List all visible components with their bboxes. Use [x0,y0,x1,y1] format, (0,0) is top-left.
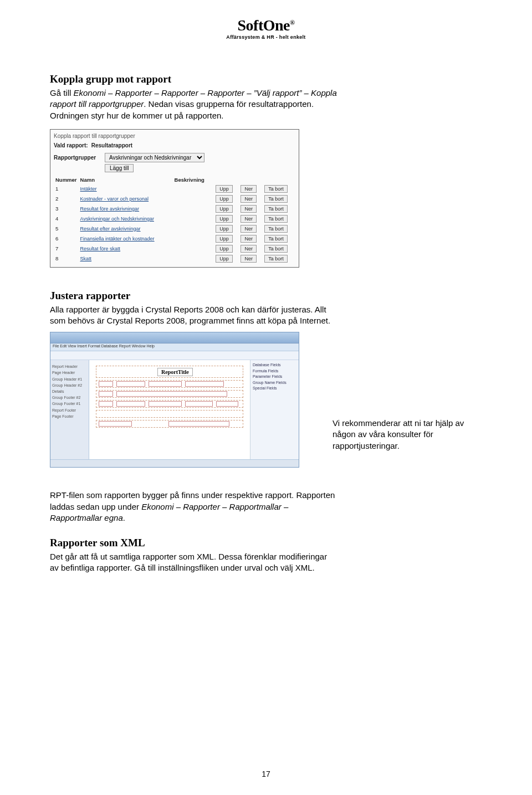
row-num: 1 [54,184,79,194]
logo-reg: ® [290,19,294,27]
heading-rapporter-som-xml: Rapporter som XML [50,537,482,549]
cr-menubar[interactable]: File Edit View Insert Format Database Re… [50,343,299,351]
tabort-button[interactable]: Ta bort [264,225,288,233]
cr-statusbar [50,459,299,467]
row-num: 8 [54,254,79,264]
cr-field[interactable] [149,401,182,407]
table-row: 3Resultat före avskrivningarUppNerTa bor… [54,204,295,214]
ner-button[interactable]: Ner [241,235,257,243]
cr-field[interactable] [99,391,113,397]
col-nummer: Nummer [54,176,79,184]
ner-button[interactable]: Ner [241,205,257,213]
row-name-link[interactable]: Resultat före avskrivningar [79,204,173,214]
section2-paragraph: Alla rapporter är byggda i Crystal Repor… [50,304,338,327]
cr-field-explorer[interactable]: Database Fields Formula Fields Parameter… [250,360,299,459]
cr-field[interactable] [99,421,132,427]
tabort-button[interactable]: Ta bort [264,195,288,203]
logo-tagline: Affärssystem & HR - helt enkelt [50,34,482,40]
cr-field[interactable] [116,391,227,397]
ner-button[interactable]: Ner [241,195,257,203]
row-name-link[interactable]: Intäkter [79,184,173,194]
ner-button[interactable]: Ner [241,245,257,253]
row-name-link[interactable]: Kostnader - varor och personal [79,194,173,204]
field-group[interactable]: Group Name Fields [253,380,296,386]
window-title: Koppla rapport till rapportgrupper [54,133,295,139]
upp-button[interactable]: Upp [216,195,233,203]
field-group[interactable]: Database Fields [253,362,296,368]
section4-paragraph: Det går att få ut samtliga rapporter som… [50,551,338,574]
cr-toolbar[interactable] [50,351,299,360]
row-name-link[interactable]: Skatt [79,254,173,264]
screenshot-crystal-reports: File Edit View Insert Format Database Re… [50,332,299,468]
cr-field[interactable] [168,421,229,427]
grupper-table: Nummer Namn Beskrivning 1IntäkterUppNerT… [54,176,295,264]
section-label: Report Header [52,363,87,370]
cr-field[interactable] [216,401,238,407]
upp-button[interactable]: Upp [216,255,233,263]
ner-button[interactable]: Ner [241,255,257,263]
section1-paragraph: Gå till Ekonomi – Rapporter – Rapporter … [50,88,338,121]
cr-band [96,410,243,418]
tabort-button[interactable]: Ta bort [264,255,288,263]
field-group[interactable]: Formula Fields [253,368,296,375]
ner-button[interactable]: Ner [241,225,257,233]
row-name-link[interactable]: Avskrivningar och Nedskrivningar [79,214,173,224]
upp-button[interactable]: Upp [216,205,233,213]
section-label: Page Footer [52,413,87,419]
upp-button[interactable]: Upp [216,225,233,233]
logo-block: SoftOne® Affärssystem & HR - helt enkelt [50,17,482,40]
tabort-button[interactable]: Ta bort [264,215,288,223]
cr-field[interactable] [116,401,145,407]
section-label: Group Header #2 [52,382,87,388]
upp-button[interactable]: Upp [216,245,233,253]
heading-justera-rapporter: Justera rapporter [50,290,482,302]
cr-field[interactable] [185,401,213,407]
ner-button[interactable]: Ner [241,215,257,223]
row-num: 5 [54,224,79,234]
section-label: Group Footer #1 [52,401,87,407]
upp-button[interactable]: Upp [216,235,233,243]
col-beskrivning: Beskrivning [173,176,214,184]
cr-field[interactable] [99,381,113,387]
logo-text: SoftOne® [50,17,482,34]
ner-button[interactable]: Ner [241,185,257,193]
table-row: 7Resultat före skattUppNerTa bort [54,244,295,254]
row-num: 4 [54,214,79,224]
tabort-button[interactable]: Ta bort [264,245,288,253]
upp-button[interactable]: Upp [216,215,233,223]
cr-field[interactable] [149,381,182,387]
cr-design-canvas[interactable]: ReportTitle [89,360,250,459]
cr-field[interactable] [116,381,145,387]
cr-titlebar [50,332,299,343]
field-group[interactable]: Parameter Fields [253,374,296,380]
table-row: 5Resultat efter avskrivningarUppNerTa bo… [54,224,295,234]
upp-button[interactable]: Upp [216,185,233,193]
text: Gå till [50,88,74,98]
section3-paragraph: RPT-filen som rapporten bygger på finns … [50,490,338,524]
logo-word: SoftOne [238,17,290,34]
table-row: 1IntäkterUppNerTa bort [54,184,295,194]
cr-field[interactable] [99,401,113,407]
cr-band [96,390,243,398]
tabort-button[interactable]: Ta bort [264,235,288,243]
section-label: Group Footer #2 [52,394,87,401]
cr-band [96,380,243,388]
row-num: 6 [54,234,79,244]
cr-field[interactable] [185,381,224,387]
rapportgrupper-dropdown[interactable]: Avskrivningar och Nedskrivningar [105,153,204,162]
cr-sections-panel: Report Header Page Header Group Header #… [50,360,89,459]
side-note-recommendation: Vi rekommenderar att ni tar hjälp av någ… [332,418,477,452]
tabort-button[interactable]: Ta bort [264,185,288,193]
row-name-link[interactable]: Resultat efter avskrivningar [79,224,173,234]
field-group[interactable]: Special Fields [253,386,296,392]
screenshot-koppla-rapport: Koppla rapport till rapportgrupper Vald … [50,129,299,268]
lagg-till-button[interactable]: Lägg till [105,164,134,172]
row-name-link[interactable]: Finansiella intäkter och kostnader [79,234,173,244]
tabort-button[interactable]: Ta bort [264,205,288,213]
col-namn: Namn [79,176,173,184]
table-row: 2Kostnader - varor och personalUppNerTa … [54,194,295,204]
cr-reporttitle-field[interactable]: ReportTitle [157,368,193,376]
row-name-link[interactable]: Resultat före skatt [79,244,173,254]
heading-koppla-grupp: Koppla grupp mot rapport [50,73,482,85]
section-label: Page Header [52,370,87,376]
